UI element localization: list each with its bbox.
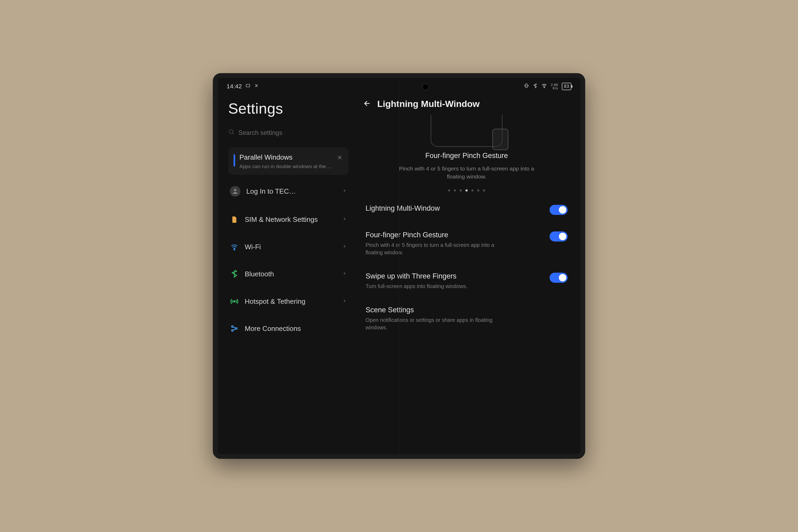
sidebar-item-label: Hotspot & Tethering [245,297,336,306]
svg-point-6 [234,301,235,302]
connections-icon [230,324,239,332]
bluetooth-icon [230,270,239,278]
svg-point-4 [234,189,236,191]
chevron-right-icon [342,244,347,250]
svg-rect-1 [525,84,527,87]
search-placeholder: Search settings [238,129,282,136]
login-row[interactable]: Log In to TEC… [228,178,348,204]
option-scene-settings[interactable]: Scene Settings Open notifications or set… [363,298,570,339]
gesture-illustration [431,115,502,147]
chevron-right-icon [342,299,347,304]
status-cast-icon [254,83,259,90]
option-lightning-multiwindow[interactable]: Lightning Multi-Window [363,196,570,223]
hero-title: Four-finger Pinch Gesture [425,152,508,160]
card-accent [233,154,235,167]
vibrate-icon [524,83,529,90]
detail-title: Lightning Multi-Window [377,99,480,109]
sidebar-item-label: Bluetooth [245,270,336,279]
wifi-icon [230,243,239,251]
option-subtitle: Turn full-screen apps into floating wind… [365,283,504,290]
sidebar-item-more-connections[interactable]: More Connections [228,317,348,341]
device-frame: 14:42 2.66K/s 83 [213,73,585,459]
sidebar-item-wifi[interactable]: Wi-Fi [228,235,348,259]
card-title: Parallel Windows [240,153,331,162]
wifi-status-icon [541,83,547,90]
search-icon [228,129,234,137]
card-subtitle: Apps can run in double windows at the sa… [240,164,331,169]
svg-point-2 [544,87,545,88]
sidebar-item-hotspot[interactable]: Hotspot & Tethering [228,290,348,314]
hero-subtitle: Pinch with 4 or 5 fingers to turn a full… [397,165,536,181]
option-title: Four-finger Pinch Gesture [365,231,544,239]
option-title: Swipe up with Three Fingers [365,272,544,280]
search-settings[interactable]: Search settings [228,129,348,137]
sidebar-item-label: More Connections [245,324,347,333]
svg-point-5 [234,249,235,250]
svg-rect-0 [246,84,249,87]
bluetooth-status-icon [533,83,537,90]
battery-indicator: 83 [562,83,571,90]
status-notif-icon [245,83,251,90]
sidebar-item-label: SIM & Network Settings [245,215,336,224]
chevron-right-icon [342,271,347,277]
gesture-hero[interactable]: Four-finger Pinch Gesture Pinch with 4 o… [363,115,570,196]
sidebar-item-label: Wi-Fi [245,243,336,251]
option-four-finger-pinch[interactable]: Four-finger Pinch Gesture Pinch with 4 o… [363,223,570,264]
option-title: Scene Settings [365,306,568,314]
settings-detail-pane: Lightning Multi-Window Four-finger Pinch… [355,92,581,454]
option-swipe-three-fingers[interactable]: Swipe up with Three Fingers Turn full-sc… [363,264,570,298]
toggle-four-finger-pinch[interactable] [550,231,568,242]
page-title: Settings [228,100,348,117]
card-close-button[interactable]: ✕ [336,153,344,162]
option-title: Lightning Multi-Window [365,204,544,212]
svg-point-3 [229,130,233,134]
status-time: 14:42 [227,83,242,90]
toggle-swipe-three-fingers[interactable] [550,273,568,283]
sidebar-item-sim[interactable]: SIM & Network Settings [228,208,348,231]
login-label: Log In to TEC… [246,187,336,196]
hotspot-icon [230,298,239,305]
back-button[interactable] [363,99,371,109]
chevron-right-icon [342,216,347,222]
carousel-dots[interactable] [448,189,485,191]
option-subtitle: Open notifications or settings or share … [365,316,504,331]
chevron-right-icon [342,188,347,194]
status-bar: 14:42 2.66K/s 83 [217,78,581,92]
option-subtitle: Pinch with 4 or 5 fingers to turn a full… [365,241,504,256]
avatar-icon [230,186,241,196]
sidebar-item-bluetooth[interactable]: Bluetooth [228,262,348,286]
sim-icon [230,215,239,224]
net-rate: 2.66K/s [551,83,558,90]
parallel-windows-card[interactable]: Parallel Windows Apps can run in double … [228,147,348,175]
toggle-lightning-multiwindow[interactable] [550,205,568,215]
front-camera [423,84,428,90]
settings-master-pane: Settings Search settings Parallel Window… [217,92,355,454]
